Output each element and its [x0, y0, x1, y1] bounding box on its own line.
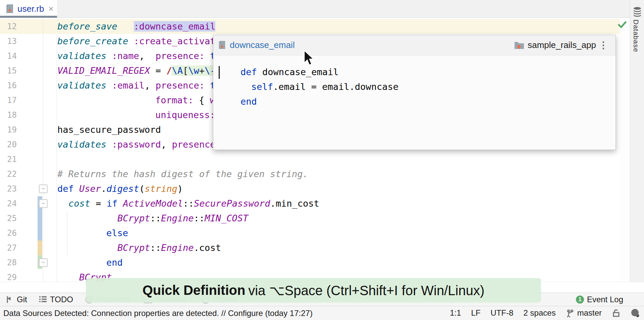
line-number: 23 [0, 181, 17, 196]
toolwindow-button-todo[interactable]: TODO [39, 293, 73, 306]
popup-header[interactable]: downcase_email sample_rails_app ⋮ [213, 35, 615, 55]
status-widget-1-1[interactable]: 1:1 [450, 308, 461, 318]
event-log-button[interactable]: 1 Event Log [576, 293, 623, 306]
scrollbar-track[interactable] [620, 18, 630, 282]
status-message[interactable]: Data Sources Detected: Connection proper… [3, 309, 313, 318]
quick-definition-hint-banner: Quick Definition via ⌥Space (Ctrl+Shift+… [86, 278, 541, 303]
code-text: else [106, 226, 128, 241]
popup-code-line: self.email = email.downcase [213, 79, 615, 94]
tab-user-rb[interactable]: user.rb × [0, 0, 57, 18]
fold-icon[interactable]: − [39, 184, 48, 193]
status-widget-help[interactable]: ? [631, 309, 639, 317]
status-widget-label: 1:1 [450, 308, 461, 318]
status-widget-utf-8[interactable]: UTF-8 [491, 308, 514, 318]
status-widget-label: 2 spaces [524, 308, 556, 318]
event-log-badge: 1 [576, 296, 584, 304]
gutter-change-bar-modified2[interactable] [38, 241, 42, 255]
toolwindow-label: Git [17, 295, 27, 304]
code-text: # Returns the hash digest of the given s… [57, 167, 308, 181]
line-number: 21 [0, 152, 17, 167]
line-number: 20 [0, 137, 17, 152]
database-stripe-label[interactable]: Database [632, 19, 640, 52]
status-widget-lf[interactable]: LF [471, 308, 481, 318]
code-text: BCrypt::Engine.cost [117, 241, 221, 255]
code-line-22[interactable]: 22# Returns the hash digest of the given… [0, 167, 620, 181]
code-line-12[interactable]: 12before_save :downcase_email [0, 19, 620, 34]
line-number: 26 [0, 226, 17, 241]
inspections-ok-check-icon[interactable] [618, 21, 627, 29]
popup-definition-title[interactable]: downcase_email [230, 40, 295, 50]
code-text: validates :email, presence: t [57, 78, 215, 93]
database-icon[interactable] [633, 7, 642, 17]
todo-icon [39, 295, 47, 304]
popup-code-line: end [213, 94, 615, 109]
event-log-label: Event Log [587, 295, 623, 304]
line-number: 28 [0, 255, 17, 270]
code-line-24[interactable]: 24cost = if ActiveModel::SecurePassword.… [0, 196, 620, 211]
unlock-icon [612, 309, 621, 317]
banner-text: via ⌥Space (Ctrl+Shift+I for Win/Linux) [248, 283, 484, 298]
code-text: format: { w [155, 93, 215, 108]
git-icon [5, 295, 14, 304]
popup-menu-icon[interactable]: ⋮ [596, 42, 611, 49]
line-number: 18 [0, 108, 17, 122]
line-number: 25 [0, 211, 17, 226]
code-text: end [106, 255, 123, 270]
fold-icon[interactable]: − [39, 258, 48, 267]
help-icon: ? [631, 309, 639, 317]
popup-code-line: def downcase_email [213, 65, 615, 79]
status-widget-label: master [577, 308, 602, 318]
close-icon[interactable]: × [49, 4, 54, 14]
code-line-28[interactable]: 28end [0, 255, 620, 270]
line-number: 15 [0, 63, 17, 78]
line-number: 29 [0, 270, 17, 282]
status-widget-master[interactable]: master [566, 308, 602, 318]
code-text: has_secure_password [57, 122, 161, 137]
toolwindow-button-git[interactable]: Git [5, 293, 27, 306]
status-widget-label: UTF-8 [491, 308, 514, 318]
tab-title: user.rb [17, 4, 44, 14]
line-number: 24 [0, 196, 17, 211]
rails-project-folder-icon [514, 41, 524, 50]
code-text: uniqueness: [155, 108, 215, 122]
line-number: 27 [0, 241, 17, 255]
code-text: def User.digest(string) [57, 181, 183, 196]
fold-icon[interactable]: − [39, 199, 48, 208]
line-number: 12 [0, 19, 17, 34]
status-bar-widgets: 1:1LFUTF-82 spacesmaster? [450, 306, 639, 320]
code-line-25[interactable]: 25BCrypt::Engine::MIN_COST [0, 211, 620, 226]
branch-icon [566, 309, 575, 317]
status-widget-2-spaces[interactable]: 2 spaces [524, 308, 556, 318]
code-text: validates :password, presence [57, 137, 215, 152]
line-number: 13 [0, 34, 17, 49]
banner-title: Quick Definition [143, 283, 246, 298]
status-widget-label: LF [471, 308, 481, 318]
code-text: VALID_EMAIL_REGEX = /\A[\w+\- [57, 63, 215, 78]
code-text: before_create :create_activat [57, 34, 215, 49]
line-number: 14 [0, 49, 17, 63]
ide-window: user.rb × 12before_save :downcase_email1… [0, 0, 644, 320]
code-text: validates :name, presence: t [57, 49, 215, 63]
mouse-cursor [304, 50, 315, 66]
line-number: 16 [0, 78, 17, 93]
popup-project-label: sample_rails_app [528, 40, 596, 50]
line-number: 19 [0, 122, 17, 137]
status-widget-unlock[interactable] [612, 309, 621, 317]
code-line-27[interactable]: 27BCrypt::Engine.cost [0, 241, 620, 255]
code-text: before_save :downcase_email [57, 19, 215, 34]
line-number: 22 [0, 167, 17, 181]
code-line-26[interactable]: 26else [0, 226, 620, 241]
toolwindow-label: TODO [50, 295, 73, 304]
editor-tab-bar: user.rb × [0, 0, 630, 18]
code-line-23[interactable]: 23def User.digest(string) [0, 181, 620, 196]
line-number: 17 [0, 93, 17, 108]
gutter-separator [43, 18, 43, 282]
code-line-21[interactable]: 21 [0, 152, 620, 167]
code-text: BCrypt::Engine::MIN_COST [117, 211, 248, 226]
ruby-method-icon [218, 41, 226, 50]
code-text: cost = if ActiveModel::SecurePassword.mi… [68, 196, 319, 211]
ruby-file-icon [5, 4, 14, 14]
quick-definition-popup[interactable]: downcase_email sample_rails_app ⋮ def do… [213, 35, 616, 150]
